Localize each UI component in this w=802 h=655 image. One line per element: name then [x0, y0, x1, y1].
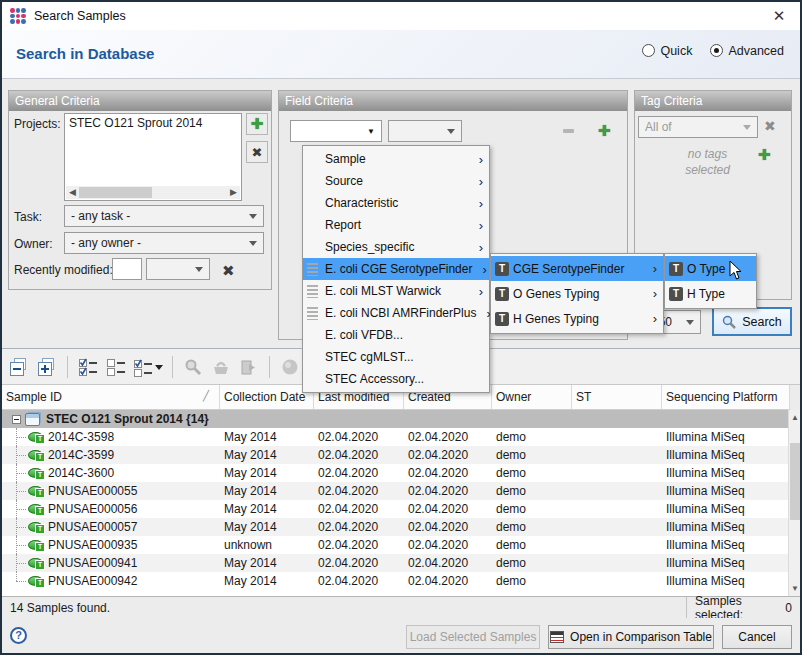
menu-item[interactable]: TH Type — [665, 281, 756, 306]
sample-icon — [28, 504, 43, 514]
cell-id: PNUSAE000941 — [2, 554, 220, 572]
help-icon[interactable]: ? — [10, 627, 27, 644]
select-all-icon[interactable] — [77, 356, 99, 378]
radio-quick-circle[interactable] — [642, 44, 655, 57]
menu-item-label: E. coli CGE SerotypeFinder — [325, 262, 472, 276]
menu-item[interactable]: Sample› — [303, 148, 489, 170]
menu-item[interactable]: TO Type — [665, 256, 756, 281]
assign-icon[interactable] — [279, 356, 301, 378]
group-row[interactable]: STEC O121 Sprout 2014 {14} — [2, 410, 790, 428]
projects-label: Projects: — [14, 117, 61, 131]
text-field-icon: T — [669, 262, 683, 276]
collapse-all-icon[interactable] — [8, 356, 30, 378]
tag-match-select[interactable]: All of — [638, 116, 758, 138]
menu-item[interactable]: STEC Accessory... — [303, 368, 489, 390]
project-item[interactable]: STEC O121 Sprout 2014 — [69, 116, 237, 130]
menu-item[interactable]: Characteristic› — [303, 192, 489, 214]
sequence-icon — [307, 263, 318, 276]
table-row[interactable]: PNUSAE000057May 201402.04.202002.04.2020… — [2, 518, 790, 536]
selection-menu-icon[interactable] — [133, 356, 163, 378]
app-icon — [10, 8, 26, 24]
projects-list[interactable]: STEC O121 Sprout 2014 ◀ ▶ — [64, 113, 242, 201]
clear-tags-button[interactable]: ✖ — [764, 118, 776, 134]
table-row[interactable]: PNUSAE000935unknown02.04.202002.04.2020d… — [2, 536, 790, 554]
scroll-down-icon[interactable]: ▼ — [789, 581, 801, 596]
status-bar: 14 Samples found. Samples selected: 0 — [2, 596, 800, 618]
table-row[interactable]: PNUSAE000055May 201402.04.202002.04.2020… — [2, 482, 790, 500]
tree-connector — [10, 518, 28, 536]
compare-button-label: Open in Comparison Table — [570, 630, 712, 644]
menu-item[interactable]: Report› — [303, 214, 489, 236]
recently-modified-input[interactable] — [112, 258, 142, 280]
add-criterion-button[interactable]: ✚ — [598, 122, 611, 140]
open-in-comparison-table-button[interactable]: Open in Comparison Table — [548, 625, 714, 649]
menu-item-label: Characteristic — [325, 196, 398, 210]
table-vscrollbar[interactable]: ▲ ▼ — [788, 410, 800, 596]
triangle-down-icon: ▼ — [367, 127, 375, 136]
table-row[interactable]: 2014C-3598May 201402.04.202002.04.2020de… — [2, 428, 790, 446]
menu-item[interactable]: E. coli NCBI AMRFinderPlus› — [303, 302, 489, 324]
collapse-expander-icon[interactable] — [12, 415, 21, 424]
column-header[interactable]: ST — [572, 385, 662, 409]
add-tag-button[interactable]: ✚ — [758, 146, 771, 164]
cell-platform: Illumina MiSeq — [662, 466, 790, 480]
remove-project-button[interactable]: ✖ — [246, 141, 268, 163]
menu-item[interactable]: TH Genes Typing› — [491, 306, 663, 331]
cell-id: PNUSAE000055 — [2, 482, 220, 500]
scroll-left-icon[interactable]: ◀ — [66, 186, 79, 199]
scroll-up-icon[interactable]: ▲ — [789, 410, 801, 425]
menu-item[interactable]: Source› — [303, 170, 489, 192]
sort-indicator-icon: ╱ — [203, 390, 209, 401]
column-header[interactable]: Sequencing Platform — [662, 385, 790, 409]
scroll-thumb[interactable] — [79, 187, 152, 198]
radio-advanced[interactable]: Advanced — [710, 44, 784, 58]
projects-hscrollbar[interactable]: ◀ ▶ — [66, 186, 240, 199]
tree-connector — [10, 536, 28, 554]
table-row[interactable]: PNUSAE000941May 201402.04.202002.04.2020… — [2, 554, 790, 572]
deselect-all-icon[interactable] — [105, 356, 127, 378]
menu-item[interactable]: E. coli VFDB... — [303, 324, 489, 346]
radio-quick[interactable]: Quick — [642, 44, 692, 58]
cancel-button[interactable]: Cancel — [722, 625, 792, 649]
menu-item[interactable]: STEC cgMLST... — [303, 346, 489, 368]
column-header[interactable]: Sample ID╱ — [2, 385, 220, 409]
recently-modified-unit-select[interactable] — [146, 258, 210, 280]
field-selector-dropdown[interactable]: ▼ — [290, 120, 382, 142]
table-row[interactable]: 2014C-3600May 201402.04.202002.04.2020de… — [2, 464, 790, 482]
remove-criterion-button[interactable] — [563, 129, 574, 133]
menu-item[interactable]: E. coli CGE SerotypeFinder› — [303, 258, 489, 280]
load-samples-icon[interactable] — [210, 356, 232, 378]
field-menu: Sample›Source›Characteristic›Report›Spec… — [302, 145, 490, 393]
find-samples-icon[interactable] — [182, 356, 204, 378]
add-project-button[interactable]: ✚ — [246, 113, 268, 135]
column-header[interactable]: Collection Date — [220, 385, 314, 409]
column-header[interactable]: Owner — [492, 385, 572, 409]
close-icon[interactable]: ✕ — [766, 7, 792, 25]
cell-created: 02.04.2020 — [404, 520, 492, 534]
scroll-thumb[interactable] — [790, 443, 800, 520]
submenu-arrow-icon: › — [469, 152, 483, 167]
task-select[interactable]: - any task - — [64, 205, 264, 227]
menu-item[interactable]: TCGE SerotypeFinder› — [491, 256, 663, 281]
comparator-dropdown[interactable] — [388, 120, 462, 142]
menu-item[interactable]: Species_specific› — [303, 236, 489, 258]
load-selected-samples-button[interactable]: Load Selected Samples — [406, 625, 540, 649]
menu-item-label: STEC Accessory... — [325, 372, 424, 386]
search-icon — [722, 315, 736, 329]
radio-advanced-circle[interactable] — [710, 44, 723, 57]
cell-id: PNUSAE000057 — [2, 518, 220, 536]
cell-platform: Illumina MiSeq — [662, 538, 790, 552]
clear-recently-modified-button[interactable]: ✖ — [222, 262, 235, 280]
search-button[interactable]: Search — [712, 307, 792, 336]
export-samples-icon[interactable] — [238, 356, 260, 378]
table-row[interactable]: PNUSAE000942May 201402.04.202002.04.2020… — [2, 572, 790, 590]
cell-id: 2014C-3600 — [2, 464, 220, 482]
table-row[interactable]: PNUSAE000056May 201402.04.202002.04.2020… — [2, 500, 790, 518]
owner-select[interactable]: - any owner - — [64, 232, 264, 254]
scroll-right-icon[interactable]: ▶ — [227, 186, 240, 199]
cell-owner: demo — [492, 574, 572, 588]
expand-all-icon[interactable] — [36, 356, 58, 378]
menu-item[interactable]: E. coli MLST Warwick› — [303, 280, 489, 302]
menu-item[interactable]: TO Genes Typing› — [491, 281, 663, 306]
table-row[interactable]: 2014C-3599May 201402.04.202002.04.2020de… — [2, 446, 790, 464]
